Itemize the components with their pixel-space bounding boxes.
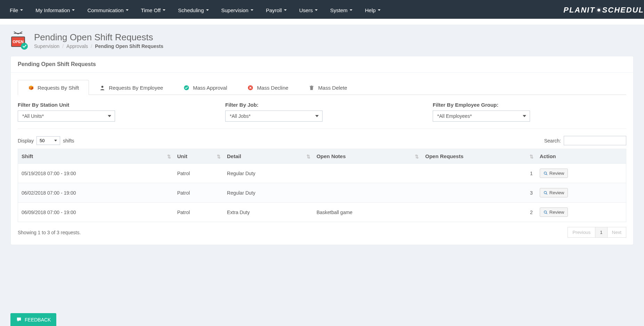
breadcrumb-separator: / [62, 43, 64, 49]
brand-logo: PLANIT SCHEDUL [563, 6, 644, 15]
filter-job-select[interactable]: *All Jobs* [225, 111, 323, 122]
breadcrumb-separator: / [91, 43, 92, 49]
svg-point-7 [544, 211, 546, 213]
top-strip [0, 19, 644, 25]
filter-unit-label: Filter By Station Unit [18, 102, 211, 108]
person-icon [99, 84, 105, 91]
column-header[interactable]: Shift⇅ [18, 149, 174, 164]
table-row: 05/19/2018 07:00 - 19:00PatrolRegular Du… [18, 164, 626, 183]
column-header[interactable]: Detail⇅ [223, 149, 313, 164]
column-header[interactable]: Open Notes⇅ [313, 149, 422, 164]
cell-notes: Basketball game [313, 203, 422, 222]
panel-title: Pending Open Shift Requests [11, 56, 633, 73]
cell-shift: 06/09/2018 07:00 - 19:00 [18, 203, 174, 222]
table-row: 06/09/2018 07:00 - 19:00PatrolExtra Duty… [18, 203, 626, 222]
nav-item-my-information[interactable]: My Information [29, 1, 81, 19]
pagination-page-1[interactable]: 1 [595, 227, 607, 238]
filter-unit-select[interactable]: *All Units* [18, 111, 115, 122]
nav-item-supervision[interactable]: Supervision [215, 1, 260, 19]
svg-point-5 [544, 191, 546, 194]
cell-requests: 2 [422, 203, 536, 222]
page-icon: OPEN [10, 32, 27, 49]
page-header: OPEN Pending Open Shift Requests Supervi… [10, 32, 634, 49]
sort-icon: ⇅ [167, 154, 171, 159]
tab-requests-by-employee[interactable]: Requests By Employee [89, 80, 173, 95]
nav-item-time-off[interactable]: Time Off [135, 1, 172, 19]
display-count-select[interactable]: 50 [36, 136, 60, 145]
x-circle-icon [247, 84, 254, 91]
tab-requests-by-shift[interactable]: Requests By Shift [18, 80, 89, 95]
caret-down-icon [163, 9, 165, 11]
cell-notes [313, 183, 422, 203]
trash-icon [309, 84, 315, 91]
sort-icon: ⇅ [217, 154, 221, 159]
caret-down-icon [126, 9, 129, 11]
display-label-before: Display [18, 138, 34, 144]
review-button[interactable]: Review [540, 188, 568, 197]
column-header[interactable]: Action [536, 149, 626, 164]
caret-down-icon [206, 9, 209, 11]
column-header[interactable]: Open Requests⇅ [422, 149, 536, 164]
cell-unit: Patrol [174, 203, 223, 222]
breadcrumb-item[interactable]: Supervision [34, 43, 59, 49]
pagination-next[interactable]: Next [607, 227, 626, 238]
nav-item-users[interactable]: Users [293, 1, 324, 19]
cell-action: Review [536, 164, 626, 183]
nav-item-payroll[interactable]: Payroll [260, 1, 293, 19]
tabs-container: Requests By ShiftRequests By EmployeeMas… [18, 80, 626, 95]
table-info: Showing 1 to 3 of 3 requests. [18, 230, 81, 235]
cell-shift: 05/19/2018 07:00 - 19:00 [18, 164, 174, 183]
nav-item-file[interactable]: File [3, 1, 29, 19]
cell-detail: Regular Duty [223, 164, 313, 183]
breadcrumb-item[interactable]: Approvals [66, 43, 88, 49]
caret-down-icon [251, 9, 253, 11]
main-navbar: FileMy InformationCommunicationTime OffS… [0, 0, 644, 19]
breadcrumb: Supervision/Approvals/Pending Open Shift… [34, 43, 163, 49]
brand-text-2: SCHEDUL [602, 6, 644, 15]
tab-mass-delete[interactable]: Mass Delete [299, 80, 357, 95]
cell-notes [313, 164, 422, 183]
brand-text-1: PLANIT [563, 6, 595, 15]
caret-down-icon [72, 9, 75, 11]
svg-point-0 [101, 85, 103, 88]
table-row: 06/02/2018 07:00 - 19:00PatrolRegular Du… [18, 183, 626, 203]
svg-line-8 [546, 213, 547, 214]
review-button[interactable]: Review [540, 207, 568, 217]
caret-down-icon [378, 9, 381, 11]
search-input[interactable] [564, 136, 626, 145]
svg-line-6 [546, 193, 547, 194]
nav-item-system[interactable]: System [324, 1, 359, 19]
sort-icon: ⇅ [307, 154, 310, 159]
filter-group-select[interactable]: *All Employees* [433, 111, 530, 122]
cell-detail: Extra Duty [223, 203, 313, 222]
pagination-previous[interactable]: Previous [568, 227, 595, 238]
cell-unit: Patrol [174, 164, 223, 183]
nav-item-scheduling[interactable]: Scheduling [172, 1, 215, 19]
check-circle-icon [183, 84, 189, 91]
breadcrumb-item: Pending Open Shift Requests [95, 43, 163, 49]
caret-down-icon [315, 9, 318, 11]
brand-dot-icon [597, 9, 600, 11]
pagination: Previous 1 Next [568, 227, 626, 238]
cell-requests: 3 [422, 183, 536, 203]
search-label: Search: [544, 138, 561, 144]
cell-action: Review [536, 183, 626, 203]
page-title: Pending Open Shift Requests [34, 32, 163, 43]
review-button[interactable]: Review [540, 169, 568, 178]
nav-item-communication[interactable]: Communication [81, 1, 134, 19]
caret-down-icon [20, 9, 23, 11]
caret-down-icon [284, 9, 287, 11]
svg-point-3 [544, 172, 546, 174]
cell-unit: Patrol [174, 183, 223, 203]
cell-detail: Regular Duty [223, 183, 313, 203]
nav-item-help[interactable]: Help [359, 1, 387, 19]
column-header[interactable]: Unit⇅ [174, 149, 223, 164]
box-icon [28, 84, 34, 91]
check-badge-icon [21, 43, 28, 50]
cell-action: Review [536, 203, 626, 222]
cell-requests: 1 [422, 164, 536, 183]
display-label-after: shifts [63, 138, 74, 144]
svg-line-4 [546, 174, 547, 175]
tab-mass-approval[interactable]: Mass Approval [173, 80, 237, 95]
tab-mass-decline[interactable]: Mass Decline [237, 80, 299, 95]
